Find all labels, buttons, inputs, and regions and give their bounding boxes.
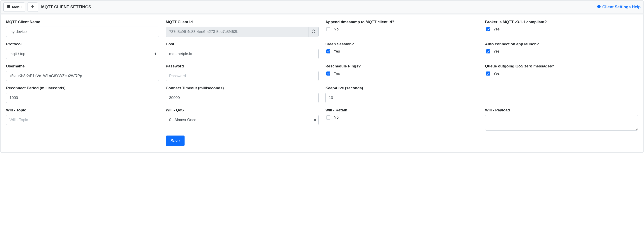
queue-qos0-checkbox[interactable] <box>486 72 490 76</box>
will-payload-textarea[interactable] <box>485 115 638 131</box>
label-protocol: Protocol <box>6 42 159 47</box>
keepalive-input[interactable] <box>326 93 478 103</box>
save-button[interactable]: Save <box>166 136 184 146</box>
svg-rect-4 <box>599 6 599 8</box>
label-broker-v311: Broker is MQTT v3.1.1 compliant? <box>485 20 638 24</box>
topbar: Menu MQTT CLIENT SETTINGS Client Setting… <box>0 1 644 14</box>
hamburger-icon <box>7 5 11 10</box>
label-keepalive: KeepAlive (seconds) <box>326 86 478 90</box>
info-circle-icon <box>597 5 601 10</box>
svg-rect-5 <box>599 6 599 6</box>
refresh-icon <box>312 29 316 34</box>
label-auto-connect: Auto connect on app launch? <box>485 42 638 47</box>
arrow-left-icon <box>31 5 35 10</box>
label-will-retain: Will - Retain <box>326 108 478 113</box>
help-link-label: Client Settings Help <box>602 5 640 10</box>
menu-button[interactable]: Menu <box>4 3 25 12</box>
queue-qos0-value: Yes <box>494 71 500 76</box>
label-username: Username <box>6 64 159 69</box>
label-reconnect-period: Reconnect Period (milliseconds) <box>6 86 159 90</box>
connect-timeout-input[interactable] <box>166 93 319 103</box>
client-name-input[interactable] <box>6 27 159 37</box>
label-append-ts: Append timestamp to MQTT client id? <box>326 20 478 24</box>
host-input[interactable] <box>166 49 319 59</box>
reconnect-period-input[interactable] <box>6 93 159 103</box>
auto-connect-checkbox[interactable] <box>486 49 490 54</box>
label-password: Password <box>166 64 319 69</box>
label-host: Host <box>166 42 319 47</box>
reschedule-pings-checkbox[interactable] <box>326 72 330 76</box>
help-link[interactable]: Client Settings Help <box>597 5 640 10</box>
clean-session-value: Yes <box>334 49 340 54</box>
username-input[interactable] <box>6 71 159 81</box>
label-clean-session: Clean Session? <box>326 42 478 47</box>
reschedule-pings-value: Yes <box>334 71 340 76</box>
label-will-payload: Will - Payload <box>485 108 638 113</box>
label-connect-timeout: Connect Timeout (milliseconds) <box>166 86 319 90</box>
label-client-name: MQTT Client Name <box>6 20 159 24</box>
settings-panel: MQTT Client Name MQTT Client Id App <box>0 14 644 153</box>
broker-v311-checkbox[interactable] <box>486 27 490 31</box>
password-input[interactable] <box>166 71 319 81</box>
label-will-qos: Will - QoS <box>166 108 319 113</box>
auto-connect-value: Yes <box>494 49 500 54</box>
broker-v311-value: Yes <box>494 27 500 32</box>
append-ts-value: No <box>334 27 339 32</box>
append-ts-checkbox[interactable] <box>326 27 330 31</box>
will-retain-checkbox[interactable] <box>326 115 330 120</box>
protocol-select[interactable]: mqtt / tcp <box>6 49 159 59</box>
label-client-id: MQTT Client Id <box>166 20 319 24</box>
menu-button-label: Menu <box>12 5 22 10</box>
label-reschedule-pings: Reschedule Pings? <box>326 64 478 69</box>
label-will-topic: Will - Topic <box>6 108 159 113</box>
clean-session-checkbox[interactable] <box>326 49 330 54</box>
label-queue-qos0: Queue outgoing QoS zero messages? <box>485 64 638 69</box>
back-button[interactable] <box>27 3 38 12</box>
will-qos-select[interactable]: 0 - Almost Once <box>166 115 319 125</box>
regenerate-client-id-button[interactable] <box>308 27 318 37</box>
client-id-input[interactable] <box>166 27 308 37</box>
will-topic-input[interactable] <box>6 115 159 125</box>
will-retain-value: No <box>334 115 339 120</box>
page-title: MQTT CLIENT SETTINGS <box>41 5 91 10</box>
